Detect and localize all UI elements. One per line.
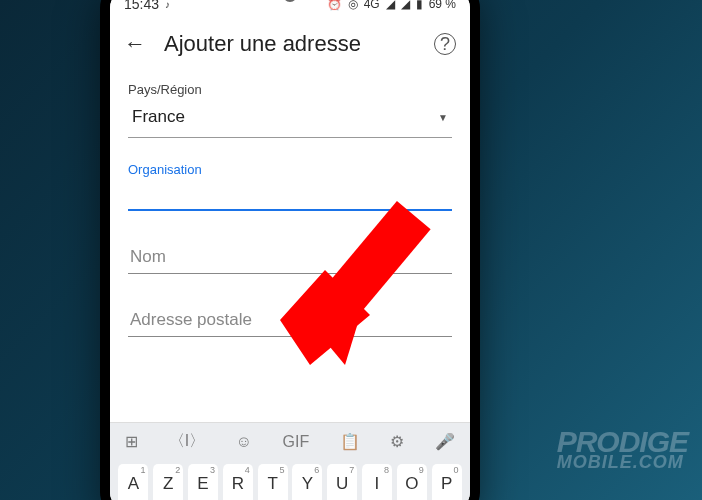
- watermark-line1: PRODIGE: [557, 429, 688, 455]
- key-p[interactable]: 0P: [432, 464, 462, 500]
- form-content: Pays/Région France ▼ Organisation Nom Ad…: [110, 70, 470, 422]
- watermark: PRODIGE MOBILE.COM: [557, 429, 688, 470]
- organisation-field[interactable]: Organisation: [128, 162, 452, 211]
- key-e[interactable]: 3E: [188, 464, 218, 500]
- key-o[interactable]: 9O: [397, 464, 427, 500]
- phone-frame: 15:43 ♪ ⏰ ◎ 4G ◢ ◢ ▮ 69 % ← Ajouter une …: [100, 0, 480, 500]
- country-label: Pays/Région: [128, 82, 452, 97]
- network-type-icon: 4G: [364, 0, 380, 11]
- signal-icon: ◢: [386, 0, 395, 11]
- key-a[interactable]: 1A: [118, 464, 148, 500]
- sticker-icon[interactable]: ☺: [236, 433, 252, 451]
- battery-icon: ▮: [416, 0, 423, 11]
- app-bar: ← Ajouter une adresse ?: [110, 18, 470, 70]
- screen: 15:43 ♪ ⏰ ◎ 4G ◢ ◢ ▮ 69 % ← Ajouter une …: [110, 0, 470, 500]
- hotspot-icon: ◎: [348, 0, 358, 11]
- key-i[interactable]: 8I: [362, 464, 392, 500]
- organisation-label: Organisation: [128, 162, 452, 177]
- status-bar: 15:43 ♪ ⏰ ◎ 4G ◢ ◢ ▮ 69 %: [110, 0, 470, 18]
- status-right: ⏰ ◎ 4G ◢ ◢ ▮ 69 %: [327, 0, 456, 11]
- battery-percent: 69 %: [429, 0, 456, 11]
- page-title: Ajouter une adresse: [164, 31, 416, 57]
- country-dropdown[interactable]: France ▼: [128, 99, 452, 138]
- key-z[interactable]: 2Z: [153, 464, 183, 500]
- key-t[interactable]: 5T: [258, 464, 288, 500]
- keyboard-toolbar: ⊞ 〈I〉 ☺ GIF 📋 ⚙ 🎤: [110, 422, 470, 460]
- chevron-down-icon: ▼: [438, 112, 448, 123]
- key-r[interactable]: 4R: [223, 464, 253, 500]
- organisation-input[interactable]: [128, 181, 452, 211]
- music-icon: ♪: [165, 0, 170, 10]
- help-icon[interactable]: ?: [434, 33, 456, 55]
- settings-icon[interactable]: ⚙: [390, 432, 404, 451]
- status-time: 15:43: [124, 0, 159, 12]
- country-value: France: [132, 107, 438, 127]
- name-input[interactable]: Nom: [128, 239, 452, 274]
- watermark-line2: MOBILE.COM: [557, 455, 688, 470]
- red-arrow-annotation: [270, 190, 470, 380]
- gif-button[interactable]: GIF: [283, 433, 310, 451]
- mic-icon[interactable]: 🎤: [435, 432, 455, 451]
- clipboard-icon[interactable]: 📋: [340, 432, 360, 451]
- postal-placeholder: Adresse postale: [130, 310, 252, 329]
- key-u[interactable]: 7U: [327, 464, 357, 500]
- grid-icon[interactable]: ⊞: [125, 432, 138, 451]
- text-cursor-icon[interactable]: 〈I〉: [169, 431, 205, 452]
- signal-icon-2: ◢: [401, 0, 410, 11]
- name-placeholder: Nom: [130, 247, 166, 266]
- alarm-icon: ⏰: [327, 0, 342, 11]
- keyboard-row: 1A 2Z 3E 4R 5T 6Y 7U 8I 9O 0P: [110, 460, 470, 500]
- key-y[interactable]: 6Y: [292, 464, 322, 500]
- back-button[interactable]: ←: [124, 31, 146, 57]
- postal-input[interactable]: Adresse postale: [128, 302, 452, 337]
